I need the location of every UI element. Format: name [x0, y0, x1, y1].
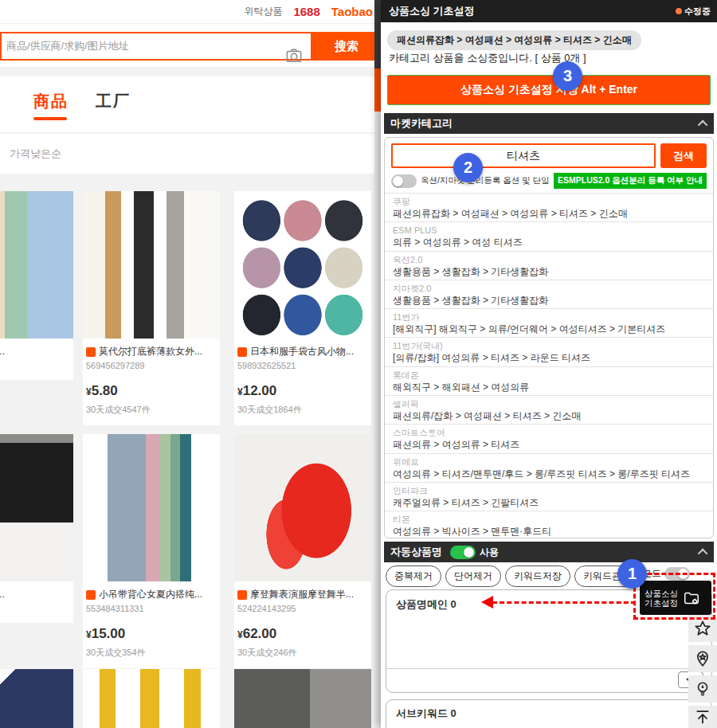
product-id: 20 [0, 604, 70, 613]
status-badge: 수정중 [676, 6, 711, 18]
product-id: 553484311331 [86, 604, 217, 613]
panel-header: 상품소싱 기초설정 수정중 [381, 0, 717, 22]
folder-gear-icon [683, 589, 700, 607]
product-card[interactable] [0, 669, 73, 728]
breadcrumb: 패션의류잡화 > 여성패션 > 여성의류 > 티셔즈 > 긴소매 [387, 30, 641, 50]
section-market-category[interactable]: 마켓카테고리 [384, 113, 714, 134]
product-card[interactable]: 棉麻裤子女九... 21 [0, 191, 73, 380]
option-exclude-toggle[interactable] [391, 174, 417, 188]
search-bar: 商品/供应商/求购/图片地址 搜索 [0, 24, 381, 67]
supplier-badge-icon [86, 590, 96, 600]
product-id: 524224143295 [237, 604, 368, 613]
category-row-interpark[interactable]: 인터파크 캐주얼의류 > 티셔즈 > 긴팔티셔즈 [385, 482, 713, 511]
product-card[interactable]: 小吊带背心女夏内搭纯... 553484311331 ¥15.00 30天成交3… [83, 434, 220, 668]
search-button[interactable]: 搜索 [312, 32, 381, 61]
panel-title: 상품소싱 기초설정 [389, 4, 475, 18]
category-row-11st[interactable]: 11번가 [해외직구] 해외직구 > 의류/언더웨어 > 여성티셔즈 > 기본티… [385, 308, 713, 337]
nav-link-consign[interactable]: 위탁상품 [244, 5, 282, 18]
category-row-lotteon[interactable]: 롯데온 해외직구 > 해외패션 > 여성의류 [385, 366, 713, 395]
sub-keyword-label: 서브키워드 0 [396, 706, 456, 721]
dedup-button[interactable]: 중복제거 [386, 566, 441, 587]
product-image [234, 191, 371, 339]
product-card[interactable]: 尔棉修身半高... 20 [0, 434, 73, 623]
tab-bar: 商品 工厂 [0, 76, 381, 132]
product-title: 日本和服手袋古风小物... [250, 345, 354, 358]
product-card[interactable]: 摩登舞表演服摩登舞半... 524224143295 ¥62.00 30天成交2… [234, 434, 371, 668]
market-category-box: 검색 옥션/지마켓 분리등록 옵션 및 단일옵션 제외 ESMPLUS2.0 옵… [384, 137, 714, 538]
category-row-wemakeprice[interactable]: 위메프 여성의류 > 티셔즈/맨투맨/후드 > 롱/루즈핏 티셔즈 > 롱/루즈… [385, 453, 713, 482]
chevron-up-icon[interactable] [698, 548, 708, 558]
product-title: 摩登舞表演服摩登舞半... [250, 588, 354, 601]
sort-bar: 가격낮은순 [0, 134, 381, 174]
supplier-badge-icon [237, 347, 247, 357]
keyword-tools: 중복제거 단어제거 키워드저장 키워드관리 [386, 566, 640, 587]
section-title: 자동상품명 [390, 545, 442, 559]
product-title: 莫代尔打底裤薄款女外... [99, 345, 202, 358]
star-icon [694, 620, 711, 637]
product-sales: 30天成交1864件 [237, 404, 368, 416]
search-input[interactable]: 商品/供应商/求购/图片地址 [0, 32, 312, 61]
product-image [0, 434, 73, 581]
left-source-page: 위탁상품 1688 Taobao 商品/供应商/求购/图片地址 搜索 商品 工厂… [0, 0, 381, 728]
tip-button[interactable] [688, 675, 717, 703]
product-card[interactable] [234, 669, 371, 728]
product-image [83, 669, 220, 728]
product-sales: 30天成交246件 [237, 647, 368, 659]
category-list: 쿠팡 패션의류잡화 > 여성패션 > 여성의류 > 티셔즈 > 긴소매 ESM … [385, 193, 713, 538]
location-pin-button[interactable] [688, 645, 717, 672]
top-nav: 위탁상품 1688 Taobao [0, 0, 381, 24]
product-id: 569456297289 [86, 361, 217, 370]
save-settings-button[interactable]: 상품소싱 기초설정 저장 Alt + Enter [387, 75, 711, 105]
camera-icon[interactable] [285, 47, 303, 65]
nav-link-taobao[interactable]: Taobao [331, 5, 373, 18]
product-id: 598932625521 [237, 361, 368, 370]
category-row-sellerpick[interactable]: 셀러픽 패션의류/잡화 > 여성패션 > 티셔즈 > 긴소매 [385, 395, 713, 424]
category-search-button[interactable]: 검색 [660, 143, 707, 168]
nav-link-1688[interactable]: 1688 [293, 5, 319, 18]
annotation-badge-1: 1 [617, 559, 647, 589]
product-sales: 30天成交4547件 [86, 404, 217, 416]
pin-star-icon [694, 650, 711, 667]
product-image [0, 191, 73, 339]
product-card[interactable] [83, 669, 220, 728]
tab-products[interactable]: 商品 [33, 91, 69, 112]
annotation-arrow-line [492, 601, 636, 604]
category-row-11st-domestic[interactable]: 11번가(국내) [의류/잡화] 여성의류 > 티셔즈 > 라운드 티셔즈 [385, 337, 713, 366]
product-title: 小吊带背心女夏内搭纯... [99, 588, 202, 601]
section-auto-product-name[interactable]: 자동상품명 사용 [384, 542, 714, 562]
category-row-esmplus[interactable]: ESM PLUS 의류 > 여성의류 > 여성 티셔즈 [385, 221, 713, 250]
sort-price-low[interactable]: 가격낮은순 [10, 147, 61, 161]
scrollbar-track [374, 0, 381, 68]
product-card[interactable]: 日本和服手袋古风小物... 598932625521 ¥12.00 30天成交1… [234, 191, 371, 425]
scrollbar-thumb[interactable] [374, 68, 381, 112]
use-label: 사용 [480, 546, 499, 559]
product-image [234, 669, 371, 728]
status-dot-icon [676, 8, 682, 14]
lightbulb-icon [694, 680, 711, 698]
esmplus-notice-badge[interactable]: ESMPLUS2.0 옵션분리 등록 여부 안내 [554, 173, 707, 189]
annotation-arrowhead [481, 596, 493, 609]
remove-word-button[interactable]: 단어제거 [445, 566, 501, 587]
category-row-auction[interactable]: 옥션2.0 생활용품 > 생활잡화 > 기타생활잡화 [385, 251, 713, 280]
chevron-up-icon[interactable] [698, 119, 708, 130]
scrollbar-track-lower [374, 112, 381, 728]
product-title: 尔棉修身半高... [0, 588, 5, 601]
annotation-badge-2: 2 [453, 153, 483, 182]
sourcing-settings-shortcut[interactable]: 상품소싱 기초설정 [640, 581, 711, 615]
product-image [234, 434, 371, 581]
category-row-gmarket[interactable]: 지마켓2.0 생활용품 > 생활잡화 > 기타생활잡화 [385, 280, 713, 308]
scroll-to-top-button[interactable] [688, 706, 717, 728]
keyword-save-button[interactable]: 키워드저장 [505, 566, 570, 587]
auto-name-use-toggle[interactable] [450, 546, 476, 559]
product-title: 棉麻裤子女九... [0, 345, 5, 358]
tab-factory[interactable]: 工厂 [96, 91, 131, 112]
product-id: 21 [0, 361, 70, 370]
product-card[interactable]: 莫代尔打底裤薄款女外... 569456297289 ¥5.80 30天成交45… [83, 191, 220, 425]
category-search-input[interactable] [391, 143, 656, 168]
shortcut-label: 상품소싱 기초설정 [645, 589, 678, 608]
supplier-badge-icon [86, 347, 96, 357]
category-row-smartstore[interactable]: 스마트스토어 패션의류 > 여성의류 > 티셔즈 [385, 424, 713, 452]
sub-keyword-box[interactable]: 서브키워드 0 [386, 699, 712, 728]
category-row-tmon[interactable]: 티몬 여성의류 > 빅사이즈 > 맨투맨·후드티 [385, 511, 713, 538]
category-row-coupang[interactable]: 쿠팡 패션의류잡화 > 여성패션 > 여성의류 > 티셔즈 > 긴소매 [385, 193, 713, 221]
